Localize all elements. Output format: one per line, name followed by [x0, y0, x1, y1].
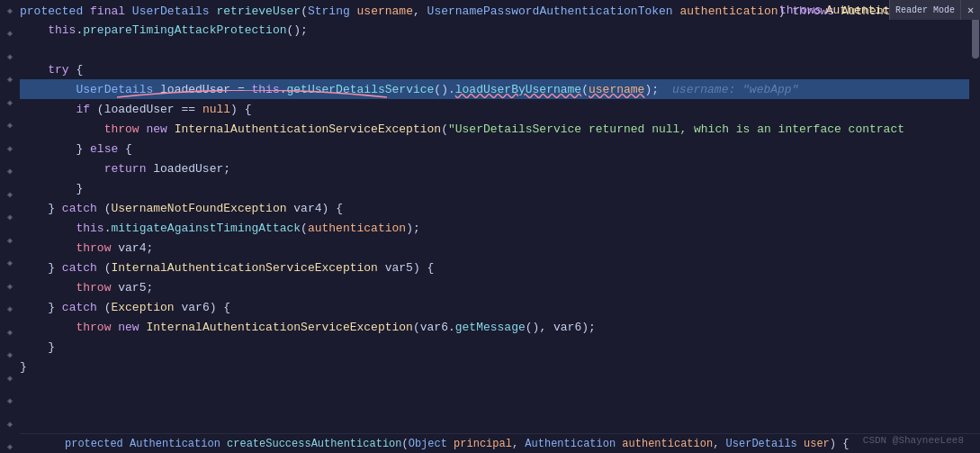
code-line-14: } catch ( InternalAuthenticationServiceE… [20, 258, 980, 277]
code-line-7: throw new InternalAuthenticationServiceE… [20, 119, 980, 139]
side-icon-12: ◈ [4, 258, 16, 270]
watermark: CSDN @ShayneeLee8 [863, 435, 964, 446]
code-line-16: } catch ( Exception var6 ) { [20, 297, 980, 317]
code-line-13: throw var4 ; [20, 238, 980, 258]
code-line-8: } else { [20, 139, 980, 159]
side-icon-9: ◈ [4, 188, 16, 201]
code-line-18: } [20, 337, 980, 357]
code-line-15: throw var5 ; [20, 277, 980, 297]
side-icon-5: ◈ [4, 96, 16, 109]
code-line-12: this . mitigateAgainstTimingAttack ( aut… [20, 218, 980, 238]
side-icon-15: ◈ [4, 326, 16, 339]
editor-container: ◈ ◈ ◈ ◈ ◈ ◈ ◈ ◈ ◈ ◈ ◈ ◈ ◈ ◈ ◈ ◈ ◈ ◈ ◈ ◈ … [0, 0, 980, 453]
side-icon-7: ◈ [4, 142, 16, 155]
side-icon-3: ◈ [4, 50, 16, 63]
code-line-2: this . prepareTimingAttackProtection (); [20, 20, 980, 40]
side-icon-8: ◈ [4, 166, 16, 178]
code-line-9: return loadedUser ; [20, 159, 980, 178]
code-line-10: } [20, 178, 980, 198]
top-right-area: throws Authentic Reader Mode ✕ [779, 0, 980, 20]
close-button[interactable]: ✕ [960, 0, 980, 20]
side-icons: ◈ ◈ ◈ ◈ ◈ ◈ ◈ ◈ ◈ ◈ ◈ ◈ ◈ ◈ ◈ ◈ ◈ ◈ ◈ ◈ [0, 0, 20, 453]
side-icon-6: ◈ [4, 120, 16, 132]
code-line-11: } catch ( UsernameNotFoundException var4… [20, 198, 980, 218]
side-icon-16: ◈ [4, 349, 16, 362]
code-line-5: UserDetails loadedUser = this . getUserD… [20, 79, 980, 99]
code-editor: protected final UserDetails retrieveUser… [20, 0, 980, 453]
code-line-4: try { [20, 59, 980, 79]
side-icon-11: ◈ [4, 234, 16, 247]
side-icon-17: ◈ [4, 372, 16, 385]
side-icon-4: ◈ [4, 74, 16, 86]
side-icon-18: ◈ [4, 395, 16, 408]
side-icon-13: ◈ [4, 280, 16, 293]
bottom-bar: protected Authentication createSuccessAu… [20, 433, 980, 453]
reader-mode-button[interactable]: Reader Mode [889, 0, 960, 20]
code-line-3 [20, 40, 980, 59]
authentic-text: Authentic [826, 4, 889, 17]
side-icon-10: ◈ [4, 212, 16, 224]
side-icon-14: ◈ [4, 304, 16, 316]
code-line-6: if ( loadedUser == null ) { [20, 99, 980, 119]
side-icon-1: ◈ [4, 5, 16, 17]
code-line-17: throw new InternalAuthenticationServiceE… [20, 317, 980, 337]
side-icon-2: ◈ [4, 28, 16, 41]
throws-text: throws [779, 4, 826, 17]
code-line-19: } [20, 357, 980, 376]
side-icon-19: ◈ [4, 418, 16, 430]
vertical-scrollbar[interactable] [969, 0, 980, 453]
side-icon-20: ◈ [4, 441, 16, 454]
